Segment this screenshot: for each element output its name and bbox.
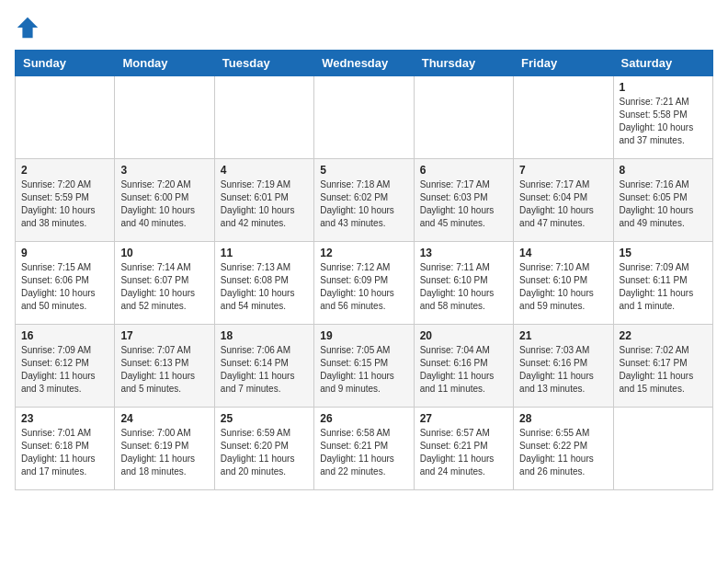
day-info: Sunrise: 7:05 AM Sunset: 6:15 PM Dayligh… xyxy=(320,344,407,396)
weekday-friday: Friday xyxy=(514,51,613,76)
day-number: 26 xyxy=(320,412,407,425)
calendar-cell: 27Sunrise: 6:57 AM Sunset: 6:21 PM Dayli… xyxy=(414,408,513,490)
day-number: 7 xyxy=(519,164,607,177)
calendar-cell: 20Sunrise: 7:04 AM Sunset: 6:16 PM Dayli… xyxy=(414,325,513,408)
day-number: 13 xyxy=(420,247,507,259)
calendar-cell: 26Sunrise: 6:58 AM Sunset: 6:21 PM Dayli… xyxy=(314,408,414,490)
day-info: Sunrise: 7:15 AM Sunset: 6:06 PM Dayligh… xyxy=(21,261,108,313)
calendar-cell: 10Sunrise: 7:14 AM Sunset: 6:07 PM Dayli… xyxy=(115,242,214,325)
day-info: Sunrise: 7:20 AM Sunset: 6:00 PM Dayligh… xyxy=(120,178,208,230)
weekday-tuesday: Tuesday xyxy=(214,51,313,76)
day-number: 8 xyxy=(620,164,707,177)
calendar-cell: 19Sunrise: 7:05 AM Sunset: 6:15 PM Dayli… xyxy=(314,325,414,408)
calendar-cell xyxy=(115,76,214,159)
day-number: 24 xyxy=(120,412,208,425)
weekday-sunday: Sunday xyxy=(16,51,115,76)
calendar-cell xyxy=(414,76,513,159)
week-row-4: 16Sunrise: 7:09 AM Sunset: 6:12 PM Dayli… xyxy=(16,325,713,408)
calendar-cell: 15Sunrise: 7:09 AM Sunset: 6:11 PM Dayli… xyxy=(613,242,712,325)
day-number: 5 xyxy=(320,164,407,177)
day-number: 19 xyxy=(320,329,407,342)
calendar-cell: 17Sunrise: 7:07 AM Sunset: 6:13 PM Dayli… xyxy=(115,325,214,408)
day-number: 15 xyxy=(620,247,707,259)
day-number: 11 xyxy=(221,247,308,259)
day-info: Sunrise: 7:02 AM Sunset: 6:17 PM Dayligh… xyxy=(620,344,707,396)
calendar-body: 1Sunrise: 7:21 AM Sunset: 5:58 PM Daylig… xyxy=(16,76,713,490)
day-info: Sunrise: 7:00 AM Sunset: 6:19 PM Dayligh… xyxy=(120,427,208,478)
day-number: 1 xyxy=(620,81,707,94)
calendar-cell: 3Sunrise: 7:20 AM Sunset: 6:00 PM Daylig… xyxy=(115,159,214,242)
day-info: Sunrise: 7:09 AM Sunset: 6:11 PM Dayligh… xyxy=(620,261,707,313)
calendar-cell: 14Sunrise: 7:10 AM Sunset: 6:10 PM Dayli… xyxy=(514,242,613,325)
day-info: Sunrise: 6:58 AM Sunset: 6:21 PM Dayligh… xyxy=(320,427,407,478)
day-info: Sunrise: 7:06 AM Sunset: 6:14 PM Dayligh… xyxy=(221,344,308,396)
day-info: Sunrise: 7:04 AM Sunset: 6:16 PM Dayligh… xyxy=(420,344,507,396)
day-number: 21 xyxy=(519,329,607,342)
calendar-cell: 21Sunrise: 7:03 AM Sunset: 6:16 PM Dayli… xyxy=(514,325,613,408)
day-number: 18 xyxy=(221,329,308,342)
week-row-2: 2Sunrise: 7:20 AM Sunset: 5:59 PM Daylig… xyxy=(16,159,713,242)
day-info: Sunrise: 7:20 AM Sunset: 5:59 PM Dayligh… xyxy=(21,178,108,230)
day-number: 16 xyxy=(21,329,108,342)
calendar-table: SundayMondayTuesdayWednesdayThursdayFrid… xyxy=(15,50,713,490)
weekday-saturday: Saturday xyxy=(613,51,712,76)
calendar-cell: 1Sunrise: 7:21 AM Sunset: 5:58 PM Daylig… xyxy=(613,76,712,159)
week-row-3: 9Sunrise: 7:15 AM Sunset: 6:06 PM Daylig… xyxy=(16,242,713,325)
calendar-cell: 13Sunrise: 7:11 AM Sunset: 6:10 PM Dayli… xyxy=(414,242,513,325)
calendar-cell: 7Sunrise: 7:17 AM Sunset: 6:04 PM Daylig… xyxy=(514,159,613,242)
week-row-1: 1Sunrise: 7:21 AM Sunset: 5:58 PM Daylig… xyxy=(16,76,713,159)
day-info: Sunrise: 7:16 AM Sunset: 6:05 PM Dayligh… xyxy=(620,178,707,230)
calendar-cell xyxy=(214,76,313,159)
day-number: 4 xyxy=(221,164,308,177)
day-info: Sunrise: 7:21 AM Sunset: 5:58 PM Dayligh… xyxy=(620,96,707,147)
calendar-cell: 18Sunrise: 7:06 AM Sunset: 6:14 PM Dayli… xyxy=(214,325,313,408)
day-number: 27 xyxy=(420,412,507,425)
day-info: Sunrise: 7:07 AM Sunset: 6:13 PM Dayligh… xyxy=(120,344,208,396)
day-info: Sunrise: 7:13 AM Sunset: 6:08 PM Dayligh… xyxy=(221,261,308,313)
day-info: Sunrise: 7:03 AM Sunset: 6:16 PM Dayligh… xyxy=(519,344,607,396)
day-number: 25 xyxy=(221,412,308,425)
day-number: 20 xyxy=(420,329,507,342)
page-header xyxy=(15,15,713,40)
weekday-wednesday: Wednesday xyxy=(314,51,414,76)
calendar-cell: 9Sunrise: 7:15 AM Sunset: 6:06 PM Daylig… xyxy=(16,242,115,325)
calendar-cell: 25Sunrise: 6:59 AM Sunset: 6:20 PM Dayli… xyxy=(214,408,313,490)
day-info: Sunrise: 7:14 AM Sunset: 6:07 PM Dayligh… xyxy=(120,261,208,313)
day-number: 23 xyxy=(21,412,108,425)
calendar-cell: 22Sunrise: 7:02 AM Sunset: 6:17 PM Dayli… xyxy=(613,325,712,408)
day-info: Sunrise: 7:10 AM Sunset: 6:10 PM Dayligh… xyxy=(519,261,607,313)
day-info: Sunrise: 7:18 AM Sunset: 6:02 PM Dayligh… xyxy=(320,178,407,230)
weekday-monday: Monday xyxy=(115,51,214,76)
day-info: Sunrise: 7:11 AM Sunset: 6:10 PM Dayligh… xyxy=(420,261,507,313)
day-info: Sunrise: 7:12 AM Sunset: 6:09 PM Dayligh… xyxy=(320,261,407,313)
calendar-cell: 5Sunrise: 7:18 AM Sunset: 6:02 PM Daylig… xyxy=(314,159,414,242)
day-number: 22 xyxy=(620,329,707,342)
svg-marker-0 xyxy=(17,17,38,38)
calendar-cell: 11Sunrise: 7:13 AM Sunset: 6:08 PM Dayli… xyxy=(214,242,313,325)
calendar-cell: 24Sunrise: 7:00 AM Sunset: 6:19 PM Dayli… xyxy=(115,408,214,490)
logo xyxy=(15,15,44,40)
day-info: Sunrise: 7:01 AM Sunset: 6:18 PM Dayligh… xyxy=(21,427,108,478)
day-number: 2 xyxy=(21,164,108,177)
calendar-cell: 23Sunrise: 7:01 AM Sunset: 6:18 PM Dayli… xyxy=(16,408,115,490)
day-info: Sunrise: 7:17 AM Sunset: 6:03 PM Dayligh… xyxy=(420,178,507,230)
day-number: 6 xyxy=(420,164,507,177)
logo-icon xyxy=(15,15,40,40)
day-info: Sunrise: 6:59 AM Sunset: 6:20 PM Dayligh… xyxy=(221,427,308,478)
day-info: Sunrise: 7:09 AM Sunset: 6:12 PM Dayligh… xyxy=(21,344,108,396)
calendar-cell: 2Sunrise: 7:20 AM Sunset: 5:59 PM Daylig… xyxy=(16,159,115,242)
day-number: 3 xyxy=(120,164,208,177)
calendar-cell xyxy=(613,408,712,490)
calendar-cell: 12Sunrise: 7:12 AM Sunset: 6:09 PM Dayli… xyxy=(314,242,414,325)
calendar-cell xyxy=(514,76,613,159)
weekday-header-row: SundayMondayTuesdayWednesdayThursdayFrid… xyxy=(16,51,713,76)
calendar-cell: 6Sunrise: 7:17 AM Sunset: 6:03 PM Daylig… xyxy=(414,159,513,242)
weekday-thursday: Thursday xyxy=(414,51,513,76)
day-number: 10 xyxy=(120,247,208,259)
day-info: Sunrise: 7:17 AM Sunset: 6:04 PM Dayligh… xyxy=(519,178,607,230)
week-row-5: 23Sunrise: 7:01 AM Sunset: 6:18 PM Dayli… xyxy=(16,408,713,490)
calendar-cell: 4Sunrise: 7:19 AM Sunset: 6:01 PM Daylig… xyxy=(214,159,313,242)
day-number: 17 xyxy=(120,329,208,342)
day-number: 9 xyxy=(21,247,108,259)
day-info: Sunrise: 6:55 AM Sunset: 6:22 PM Dayligh… xyxy=(519,427,607,478)
